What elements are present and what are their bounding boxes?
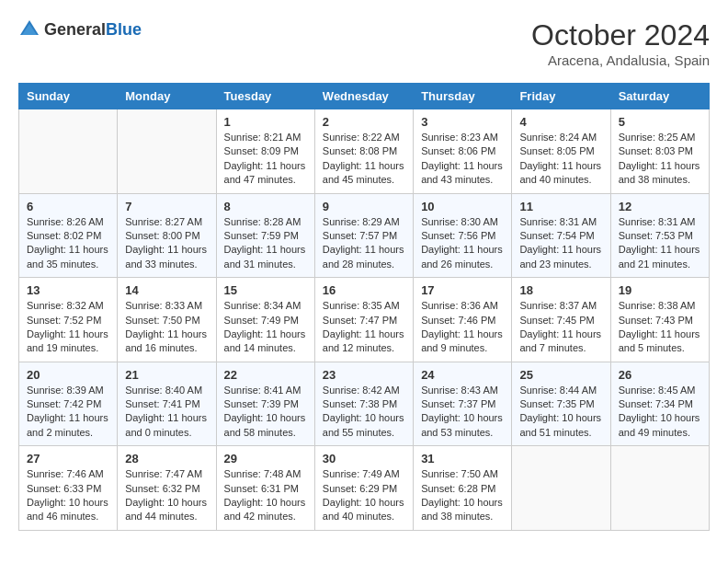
calendar-cell: 29Sunrise: 7:48 AM Sunset: 6:31 PM Dayli… [216,446,314,531]
calendar-cell: 26Sunrise: 8:45 AM Sunset: 7:34 PM Dayli… [610,362,709,446]
calendar-cell: 31Sunrise: 7:50 AM Sunset: 6:28 PM Dayli… [414,446,512,531]
day-number: 28 [125,452,208,465]
day-info: Sunrise: 8:33 AM Sunset: 7:50 PM Dayligh… [125,299,208,356]
calendar-cell: 19Sunrise: 8:38 AM Sunset: 7:43 PM Dayli… [610,278,709,362]
weekday-header-monday: Monday [118,84,216,109]
day-number: 7 [125,200,208,213]
day-info: Sunrise: 8:42 AM Sunset: 7:38 PM Dayligh… [323,384,405,441]
day-info: Sunrise: 8:39 AM Sunset: 7:42 PM Dayligh… [27,384,109,441]
day-info: Sunrise: 8:40 AM Sunset: 7:41 PM Dayligh… [125,384,208,441]
day-number: 27 [27,452,109,465]
day-number: 21 [125,368,208,382]
calendar-cell: 14Sunrise: 8:33 AM Sunset: 7:50 PM Dayli… [118,278,216,362]
logo: GeneralBlue [18,18,142,40]
calendar-table: SundayMondayTuesdayWednesdayThursdayFrid… [18,83,710,531]
calendar-cell: 8Sunrise: 8:28 AM Sunset: 7:59 PM Daylig… [216,193,314,278]
day-number: 15 [224,283,307,297]
calendar-week-row: 1Sunrise: 8:21 AM Sunset: 8:09 PM Daylig… [19,109,710,194]
month-title: October 2024 [531,18,710,52]
day-number: 23 [323,368,405,382]
day-number: 11 [519,200,602,213]
day-info: Sunrise: 8:32 AM Sunset: 7:52 PM Dayligh… [27,299,109,356]
day-info: Sunrise: 7:48 AM Sunset: 6:31 PM Dayligh… [224,467,307,524]
calendar-cell: 30Sunrise: 7:49 AM Sunset: 6:29 PM Dayli… [314,446,413,531]
day-info: Sunrise: 8:21 AM Sunset: 8:09 PM Dayligh… [224,131,307,188]
day-number: 20 [27,368,109,382]
calendar-cell: 17Sunrise: 8:36 AM Sunset: 7:46 PM Dayli… [414,278,512,362]
calendar-cell: 1Sunrise: 8:21 AM Sunset: 8:09 PM Daylig… [216,109,314,194]
day-info: Sunrise: 8:26 AM Sunset: 8:02 PM Dayligh… [27,215,109,272]
day-number: 26 [619,368,701,382]
day-number: 14 [125,283,208,297]
calendar-cell [118,109,216,194]
calendar-cell: 10Sunrise: 8:30 AM Sunset: 7:56 PM Dayli… [414,193,512,278]
calendar-cell: 2Sunrise: 8:22 AM Sunset: 8:08 PM Daylig… [314,109,413,194]
calendar-week-row: 6Sunrise: 8:26 AM Sunset: 8:02 PM Daylig… [19,193,710,278]
calendar-cell: 27Sunrise: 7:46 AM Sunset: 6:33 PM Dayli… [19,446,118,531]
calendar-cell: 9Sunrise: 8:29 AM Sunset: 7:57 PM Daylig… [314,193,413,278]
day-info: Sunrise: 8:28 AM Sunset: 7:59 PM Dayligh… [224,215,307,272]
day-number: 24 [421,368,504,382]
day-number: 19 [619,283,701,297]
day-number: 22 [224,368,307,382]
calendar-cell: 7Sunrise: 8:27 AM Sunset: 8:00 PM Daylig… [118,193,216,278]
day-number: 16 [323,283,405,297]
day-info: Sunrise: 8:30 AM Sunset: 7:56 PM Dayligh… [421,215,504,272]
day-info: Sunrise: 8:24 AM Sunset: 8:05 PM Dayligh… [519,131,602,188]
calendar-cell: 25Sunrise: 8:44 AM Sunset: 7:35 PM Dayli… [512,362,610,446]
logo-icon [18,18,40,40]
day-info: Sunrise: 8:37 AM Sunset: 7:45 PM Dayligh… [519,299,602,356]
calendar-cell: 20Sunrise: 8:39 AM Sunset: 7:42 PM Dayli… [19,362,118,446]
day-number: 5 [619,115,701,129]
day-info: Sunrise: 8:45 AM Sunset: 7:34 PM Dayligh… [619,384,701,441]
day-number: 29 [224,452,307,465]
calendar-cell [512,446,610,531]
day-number: 30 [323,452,405,465]
calendar-cell: 6Sunrise: 8:26 AM Sunset: 8:02 PM Daylig… [19,193,118,278]
day-number: 18 [519,283,602,297]
day-number: 17 [421,283,504,297]
day-number: 25 [519,368,602,382]
calendar-week-row: 20Sunrise: 8:39 AM Sunset: 7:42 PM Dayli… [19,362,710,446]
weekday-header-row: SundayMondayTuesdayWednesdayThursdayFrid… [19,84,710,109]
day-number: 10 [421,200,504,213]
calendar-week-row: 13Sunrise: 8:32 AM Sunset: 7:52 PM Dayli… [19,278,710,362]
day-number: 13 [27,283,109,297]
day-info: Sunrise: 8:31 AM Sunset: 7:53 PM Dayligh… [619,215,701,272]
calendar-cell [19,109,118,194]
day-info: Sunrise: 8:23 AM Sunset: 8:06 PM Dayligh… [421,131,504,188]
location-title: Aracena, Andalusia, Spain [531,52,710,68]
calendar-cell: 13Sunrise: 8:32 AM Sunset: 7:52 PM Dayli… [19,278,118,362]
day-number: 6 [27,200,109,213]
day-info: Sunrise: 8:22 AM Sunset: 8:08 PM Dayligh… [323,131,405,188]
day-info: Sunrise: 7:46 AM Sunset: 6:33 PM Dayligh… [27,467,109,524]
day-number: 8 [224,200,307,213]
calendar-cell: 12Sunrise: 8:31 AM Sunset: 7:53 PM Dayli… [610,193,709,278]
calendar-cell: 18Sunrise: 8:37 AM Sunset: 7:45 PM Dayli… [512,278,610,362]
day-info: Sunrise: 7:49 AM Sunset: 6:29 PM Dayligh… [323,467,405,524]
day-info: Sunrise: 8:31 AM Sunset: 7:54 PM Dayligh… [519,215,602,272]
day-info: Sunrise: 8:38 AM Sunset: 7:43 PM Dayligh… [619,299,701,356]
weekday-header-friday: Friday [512,84,610,109]
calendar-cell [610,446,709,531]
day-info: Sunrise: 8:34 AM Sunset: 7:49 PM Dayligh… [224,299,307,356]
weekday-header-sunday: Sunday [19,84,118,109]
page-header: GeneralBlue October 2024 Aracena, Andalu… [18,18,710,68]
day-info: Sunrise: 8:27 AM Sunset: 8:00 PM Dayligh… [125,215,208,272]
weekday-header-tuesday: Tuesday [216,84,314,109]
day-number: 1 [224,115,307,129]
day-info: Sunrise: 8:36 AM Sunset: 7:46 PM Dayligh… [421,299,504,356]
weekday-header-saturday: Saturday [610,84,709,109]
calendar-cell: 28Sunrise: 7:47 AM Sunset: 6:32 PM Dayli… [118,446,216,531]
day-number: 2 [323,115,405,129]
calendar-cell: 15Sunrise: 8:34 AM Sunset: 7:49 PM Dayli… [216,278,314,362]
calendar-cell: 23Sunrise: 8:42 AM Sunset: 7:38 PM Dayli… [314,362,413,446]
calendar-cell: 16Sunrise: 8:35 AM Sunset: 7:47 PM Dayli… [314,278,413,362]
day-info: Sunrise: 8:43 AM Sunset: 7:37 PM Dayligh… [421,384,504,441]
day-info: Sunrise: 8:25 AM Sunset: 8:03 PM Dayligh… [619,131,701,188]
calendar-week-row: 27Sunrise: 7:46 AM Sunset: 6:33 PM Dayli… [19,446,710,531]
title-block: October 2024 Aracena, Andalusia, Spain [531,18,710,68]
day-info: Sunrise: 8:29 AM Sunset: 7:57 PM Dayligh… [323,215,405,272]
calendar-cell: 3Sunrise: 8:23 AM Sunset: 8:06 PM Daylig… [414,109,512,194]
day-number: 31 [421,452,504,465]
